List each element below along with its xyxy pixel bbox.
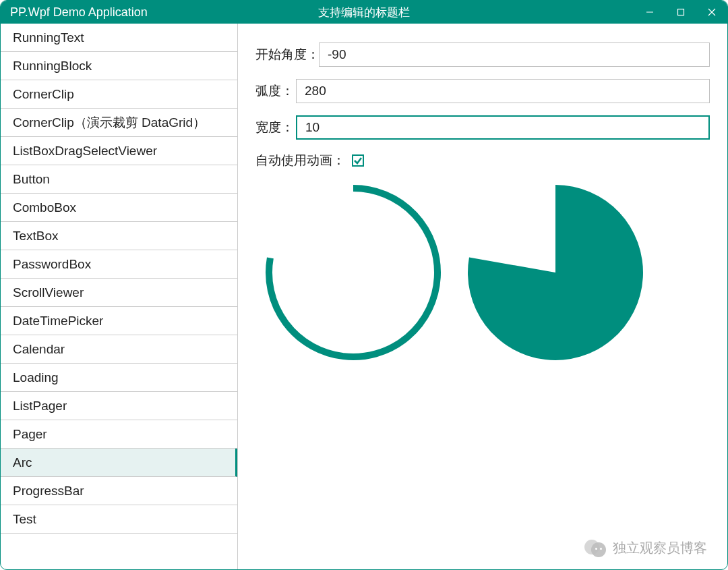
window-controls bbox=[634, 1, 727, 24]
input-start-angle[interactable] bbox=[319, 42, 710, 67]
sidebar-item[interactable]: Test bbox=[1, 505, 237, 534]
minimize-button[interactable] bbox=[634, 1, 665, 24]
sidebar-item[interactable]: ListPager bbox=[1, 392, 237, 420]
arc-pie bbox=[464, 181, 646, 364]
sidebar-item[interactable]: Button bbox=[1, 165, 237, 194]
close-button[interactable] bbox=[696, 1, 727, 24]
sidebar-item[interactable]: CornerClip bbox=[1, 80, 237, 109]
svg-rect-1 bbox=[678, 9, 684, 16]
watermark-text: 独立观察员博客 bbox=[613, 539, 707, 557]
label-start-angle: 开始角度： bbox=[255, 46, 319, 63]
sidebar-item[interactable]: PasswordBox bbox=[1, 250, 237, 279]
input-width[interactable] bbox=[296, 115, 710, 140]
sidebar-item[interactable]: Arc bbox=[1, 449, 237, 477]
sidebar-item[interactable]: TextBox bbox=[1, 222, 237, 250]
label-width: 宽度： bbox=[255, 119, 296, 136]
sidebar-item[interactable]: RunningText bbox=[1, 24, 237, 52]
sidebar-item[interactable]: RunningBlock bbox=[1, 52, 237, 80]
wechat-icon bbox=[584, 538, 607, 557]
content-panel: 开始角度： 弧度： 宽度： 自动使用动画： bbox=[238, 24, 727, 569]
checkbox-animate[interactable] bbox=[352, 154, 364, 167]
arc-ring bbox=[262, 181, 444, 364]
input-arc[interactable] bbox=[296, 79, 710, 103]
row-width: 宽度： bbox=[255, 115, 710, 140]
sidebar[interactable]: RunningTextRunningBlockCornerClipCornerC… bbox=[1, 24, 238, 569]
row-start-angle: 开始角度： bbox=[255, 42, 710, 67]
arc-preview-row bbox=[255, 181, 710, 364]
sidebar-item[interactable]: ComboBox bbox=[1, 194, 237, 222]
sidebar-item[interactable]: CornerClip（演示裁剪 DataGrid） bbox=[1, 109, 237, 137]
label-arc: 弧度： bbox=[255, 82, 296, 100]
row-arc: 弧度： bbox=[255, 79, 710, 103]
app-title: PP.Wpf Demo Application bbox=[1, 5, 148, 20]
sidebar-item[interactable]: ListBoxDragSelectViewer bbox=[1, 137, 237, 165]
watermark: 独立观察员博客 bbox=[584, 538, 707, 557]
check-icon bbox=[353, 156, 363, 165]
label-animate: 自动使用动画： bbox=[255, 152, 345, 169]
maximize-button[interactable] bbox=[665, 1, 696, 24]
maximize-icon bbox=[677, 8, 685, 16]
window-body: RunningTextRunningBlockCornerClipCornerC… bbox=[1, 24, 727, 569]
row-animate: 自动使用动画： bbox=[255, 152, 710, 169]
titlebar[interactable]: PP.Wpf Demo Application 支持编辑的标题栏 bbox=[1, 1, 727, 24]
sidebar-item[interactable]: Calendar bbox=[1, 335, 237, 364]
sidebar-item[interactable]: Pager bbox=[1, 420, 237, 449]
close-icon bbox=[708, 8, 716, 16]
sidebar-item[interactable]: ScrollViewer bbox=[1, 279, 237, 307]
sidebar-item[interactable]: ProgressBar bbox=[1, 477, 237, 505]
sidebar-item[interactable]: Loading bbox=[1, 364, 237, 392]
app-window: PP.Wpf Demo Application 支持编辑的标题栏 Running… bbox=[0, 0, 728, 570]
titlebar-center-text[interactable]: 支持编辑的标题栏 bbox=[318, 5, 410, 20]
sidebar-item[interactable]: DateTimePicker bbox=[1, 307, 237, 335]
minimize-icon bbox=[646, 8, 654, 16]
